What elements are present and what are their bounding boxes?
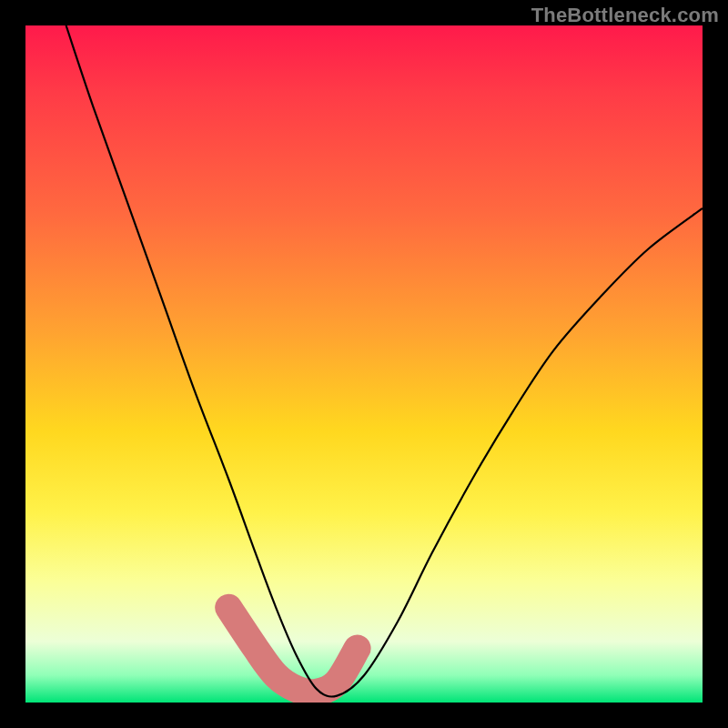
plot-area <box>25 25 703 703</box>
bottleneck-curve-path <box>66 25 703 696</box>
chart-svg <box>25 25 703 703</box>
chart-frame: TheBottleneck.com <box>0 0 728 728</box>
watermark-text: TheBottleneck.com <box>531 4 719 27</box>
